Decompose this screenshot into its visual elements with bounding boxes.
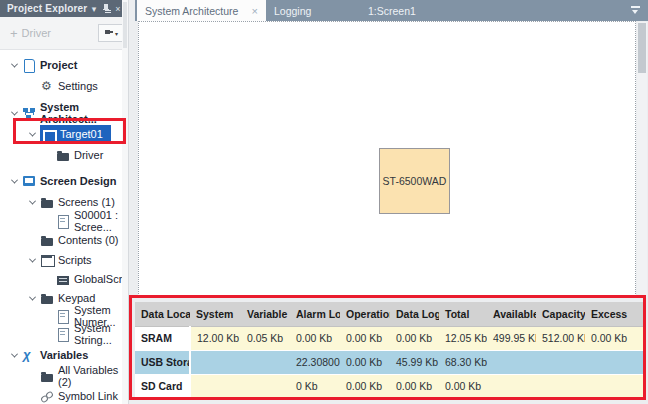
chevron-glyph [29, 255, 36, 262]
chevron-glyph [29, 293, 36, 300]
panel-scrollbar-thumb[interactable] [123, 2, 127, 48]
expander-chevron-icon[interactable] [25, 200, 40, 205]
tree-item-label: GlobalScripts [74, 273, 128, 285]
column-header[interactable]: Alarm Log [290, 302, 340, 326]
tree-item-label: Variables [40, 349, 88, 361]
tree-item-globalscripts[interactable]: GlobalScripts [0, 270, 128, 288]
tree-item-symbol-link[interactable]: Symbol Link [0, 387, 128, 404]
table-row-usb-storage[interactable]: USB Storage22.3080078...0.00 Kb45.99 Kb6… [135, 350, 644, 374]
tab-label: 1:Screen1 [368, 5, 416, 17]
pin-dropdown-button[interactable]: ▾ [98, 24, 124, 42]
diagram-canvas[interactable]: ST-6500WAD [138, 21, 636, 298]
tab-logging[interactable]: Logging [266, 0, 354, 21]
tree-item-label: Driver [74, 149, 103, 161]
dropdown-arrow-icon: ▾ [115, 30, 118, 37]
tree-item-scripts[interactable]: Scripts [0, 251, 128, 269]
tree-item-target01[interactable]: Target01 [0, 125, 128, 143]
column-header[interactable]: System [190, 302, 241, 326]
tree-item-label: System Architect... [40, 101, 128, 125]
tab-system-architecture[interactable]: System Architecture× [137, 0, 266, 21]
tree-item-driver[interactable]: Driver [0, 146, 128, 164]
document-icon [56, 215, 70, 228]
project-explorer-panel: Project Explorer ▾ × + Driver ▾ ProjectS… [0, 0, 129, 404]
table-row-sd-card[interactable]: SD Card0 Kb0.00 Kb0.00 Kb0.00 Kb [135, 374, 644, 398]
screen-icon [42, 128, 56, 141]
column-header[interactable]: Variable [241, 302, 290, 326]
table-row-sram[interactable]: SRAM12.00 Kb0.05 Kb0.00 Kb0.00 Kb0.00 Kb… [135, 326, 644, 350]
column-header[interactable]: Capacity [536, 302, 585, 326]
tree-item-label: All Variables (2) [58, 364, 128, 388]
folder-icon [40, 370, 54, 383]
tree-item-settings[interactable]: Settings [0, 77, 128, 95]
expander-chevron-icon[interactable] [7, 353, 22, 358]
column-header[interactable]: Data Locat... [135, 302, 190, 326]
network-icon [22, 107, 36, 120]
tree-item-label: Settings [58, 80, 98, 92]
table-header-row: Data Locat...SystemVariableAlarm LogOper… [135, 302, 644, 326]
value-cell: 0.00 Kb [290, 326, 340, 350]
tree-item-label: Screen Design [40, 175, 116, 187]
tree-item-system-architect[interactable]: System Architect... [0, 104, 128, 122]
document-icon [56, 328, 70, 341]
column-header[interactable]: Available [487, 302, 536, 326]
folder-icon [40, 196, 54, 209]
value-cell: 0.00 Kb [340, 350, 390, 374]
column-header[interactable]: Excess [585, 302, 644, 326]
value-cell [536, 350, 585, 374]
tree-item-label: System String... [74, 322, 128, 346]
canvas-vertical-scrollbar[interactable] [637, 22, 647, 298]
value-cell: 22.3080078... [290, 350, 340, 374]
column-header[interactable]: Total [439, 302, 487, 326]
expander-chevron-icon[interactable] [7, 179, 22, 184]
panel-scrollbar[interactable] [122, 0, 128, 404]
pin-horizontal-icon [104, 29, 113, 37]
monitor-icon [22, 175, 36, 188]
add-driver-label: Driver [22, 27, 51, 39]
panel-toolbar: + Driver ▾ [0, 17, 128, 50]
value-cell [190, 350, 241, 374]
tree-item-screen-design[interactable]: Screen Design [0, 172, 128, 190]
application-window: Project Explorer ▾ × + Driver ▾ ProjectS… [0, 0, 648, 404]
folder-icon [40, 292, 54, 305]
row-name-cell: SRAM [135, 326, 190, 350]
chevron-glyph [29, 129, 36, 136]
value-cell: 0.00 Kb [585, 326, 644, 350]
tab-1-screen1[interactable]: 1:Screen1 [360, 0, 452, 21]
chevron-glyph [11, 108, 18, 115]
add-driver-button[interactable]: + Driver [10, 27, 98, 39]
scrollbar-thumb[interactable] [638, 23, 646, 73]
chevron-down-icon[interactable]: ▾ [88, 3, 100, 15]
link-icon [40, 390, 54, 403]
tab-close-icon[interactable]: × [252, 5, 258, 17]
expander-chevron-icon[interactable] [25, 296, 40, 301]
expander-chevron-icon[interactable] [7, 63, 22, 68]
variables-icon [22, 349, 36, 362]
expander-chevron-icon[interactable] [25, 258, 40, 263]
tree-item-system-string[interactable]: System String... [0, 325, 128, 343]
column-header[interactable]: Data Loggi... [390, 302, 439, 326]
value-cell [487, 374, 536, 398]
script-icon [40, 254, 54, 267]
tree-item-contents-0[interactable]: Contents (0) [0, 231, 128, 249]
expander-chevron-icon[interactable] [25, 132, 40, 137]
value-cell: 68.30 Kb [439, 350, 487, 374]
tree-item-project[interactable]: Project [0, 56, 128, 74]
value-cell [241, 350, 290, 374]
pin-icon[interactable] [100, 3, 112, 15]
value-cell: 45.99 Kb [390, 350, 439, 374]
column-header[interactable]: Operation... [340, 302, 390, 326]
tree-item-s00001-scree[interactable]: S00001 : Scree... [0, 212, 128, 230]
tree-item-label: Scripts [58, 254, 92, 266]
tree-item-label: S00001 : Scree... [74, 209, 128, 233]
device-node-st6500wad[interactable]: ST-6500WAD [379, 148, 450, 214]
tree-item-variables[interactable]: Variables [0, 346, 128, 364]
value-cell: 0.00 Kb [390, 326, 439, 350]
expander-chevron-icon[interactable] [7, 111, 22, 116]
tree-item-label: Symbol Link [58, 390, 118, 402]
row-name-cell: SD Card [135, 374, 190, 398]
value-cell: 12.05 Kb [439, 326, 487, 350]
tab-list-dropdown-icon[interactable] [631, 6, 640, 15]
tree-item-label: Target01 [60, 128, 103, 140]
project-tree: ProjectSettingsSystem Architect...Target… [0, 50, 128, 404]
tree-item-all-variables-2[interactable]: All Variables (2) [0, 367, 128, 385]
